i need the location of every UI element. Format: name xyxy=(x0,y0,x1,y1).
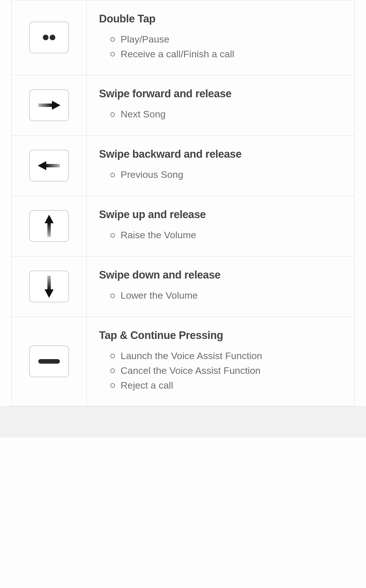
gesture-action: Receive a call/Finish a call xyxy=(110,48,343,61)
gesture-title: Swipe backward and release xyxy=(99,148,343,160)
tap-hold-icon xyxy=(29,345,69,377)
swipe-forward-icon xyxy=(29,89,69,121)
swipe-down-icon xyxy=(29,271,69,302)
gesture-row: Swipe backward and release Previous Song xyxy=(12,135,355,196)
svg-rect-4 xyxy=(46,164,60,167)
gesture-action: Raise the Volume xyxy=(110,229,343,242)
swipe-up-icon xyxy=(29,210,69,242)
gesture-action: Reject a call xyxy=(110,379,343,392)
gesture-action: Next Song xyxy=(110,108,343,121)
gesture-icon-cell xyxy=(12,0,87,75)
gesture-title: Swipe down and release xyxy=(99,269,343,281)
gesture-action: Play/Pause xyxy=(110,33,343,46)
gesture-action: Launch the Voice Assist Function xyxy=(110,349,343,363)
gesture-icon-cell xyxy=(12,75,87,135)
gesture-icon-cell xyxy=(12,135,87,196)
svg-point-0 xyxy=(43,35,49,40)
svg-marker-9 xyxy=(45,289,54,298)
gesture-action: Lower the Volume xyxy=(110,289,343,302)
gesture-icon-cell xyxy=(12,256,87,317)
gesture-row: Tap & Continue Pressing Launch the Voice… xyxy=(12,317,355,406)
gesture-row: Swipe forward and release Next Song xyxy=(12,75,355,135)
gesture-text-cell: Swipe down and release Lower the Volume xyxy=(87,256,355,317)
gesture-action-list: Play/Pause Receive a call/Finish a call xyxy=(99,33,343,61)
gesture-title: Double Tap xyxy=(99,13,343,25)
gesture-action-list: Previous Song xyxy=(99,168,343,181)
svg-rect-2 xyxy=(38,104,52,107)
svg-point-1 xyxy=(50,35,55,40)
gesture-title: Swipe forward and release xyxy=(99,88,343,100)
gesture-text-cell: Swipe forward and release Next Song xyxy=(87,75,355,135)
svg-rect-10 xyxy=(38,359,60,364)
gesture-text-cell: Swipe backward and release Previous Song xyxy=(87,135,355,196)
gesture-action-list: Launch the Voice Assist Function Cancel … xyxy=(99,349,343,392)
gesture-row: Swipe down and release Lower the Volume xyxy=(12,256,355,317)
double-tap-icon xyxy=(29,22,69,53)
svg-marker-7 xyxy=(45,215,54,223)
svg-marker-5 xyxy=(38,161,46,170)
gesture-row: Swipe up and release Raise the Volume xyxy=(12,196,355,256)
gesture-text-cell: Double Tap Play/Pause Receive a call/Fin… xyxy=(87,0,355,75)
gesture-row: Double Tap Play/Pause Receive a call/Fin… xyxy=(12,0,355,75)
gesture-text-cell: Tap & Continue Pressing Launch the Voice… xyxy=(87,317,355,406)
footer-strip xyxy=(0,406,366,437)
gesture-action-list: Raise the Volume xyxy=(99,229,343,242)
gesture-text-cell: Swipe up and release Raise the Volume xyxy=(87,196,355,256)
gesture-title: Tap & Continue Pressing xyxy=(99,329,343,342)
gesture-table: Double Tap Play/Pause Receive a call/Fin… xyxy=(11,0,355,406)
svg-rect-6 xyxy=(47,223,51,237)
gesture-icon-cell xyxy=(12,317,87,406)
svg-marker-3 xyxy=(52,101,60,110)
gesture-title: Swipe up and release xyxy=(99,208,343,221)
gesture-action: Cancel the Voice Assist Function xyxy=(110,364,343,377)
gesture-action-list: Lower the Volume xyxy=(99,289,343,302)
swipe-backward-icon xyxy=(29,150,69,182)
gesture-action: Previous Song xyxy=(110,168,343,181)
gesture-action-list: Next Song xyxy=(99,108,343,121)
gesture-icon-cell xyxy=(12,196,87,256)
svg-rect-8 xyxy=(47,276,51,290)
